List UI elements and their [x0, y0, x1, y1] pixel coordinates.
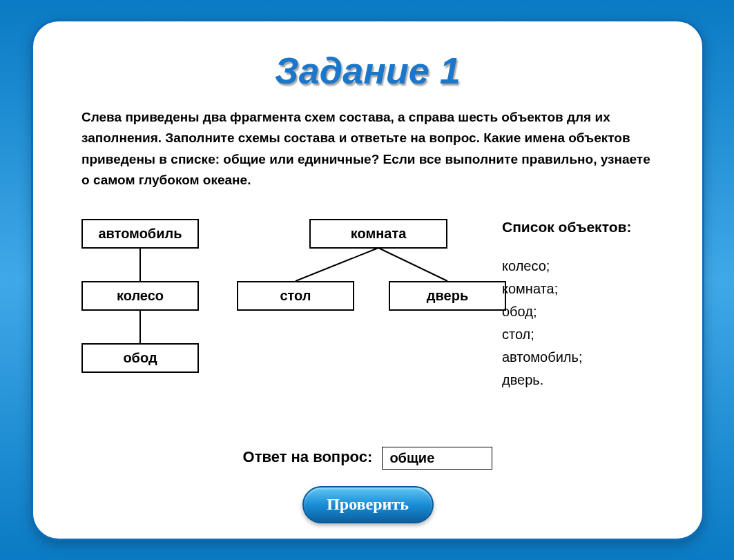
svg-line-0: [296, 248, 378, 281]
check-button[interactable]: Проверить: [302, 486, 434, 523]
diagram-area: автомобиль колесо обод комната стол двер…: [68, 219, 668, 454]
list-item[interactable]: колесо;: [502, 255, 661, 278]
connector: [139, 248, 141, 281]
list-item[interactable]: стол;: [502, 323, 661, 346]
sidebar-title: Список объектов:: [502, 219, 661, 235]
node-table[interactable]: стол: [237, 281, 354, 311]
node-automobile[interactable]: автомобиль: [81, 219, 199, 249]
list-item[interactable]: дверь.: [502, 369, 661, 392]
svg-line-1: [378, 248, 447, 281]
node-door[interactable]: дверь: [389, 281, 506, 311]
list-item[interactable]: комната;: [502, 278, 661, 300]
instructions-text: Слева приведены два фрагмента схем соста…: [81, 107, 654, 191]
page-title: Задание 1: [68, 49, 668, 92]
list-item[interactable]: обод;: [502, 300, 661, 323]
node-room[interactable]: комната: [309, 219, 447, 249]
node-wheel[interactable]: колесо: [81, 281, 199, 311]
main-panel: Задание 1 Слева приведены два фрагмента …: [31, 19, 704, 541]
connector: [139, 310, 141, 343]
sidebar-list: колесо; комната; обод; стол; автомобиль;…: [502, 255, 661, 392]
list-item[interactable]: автомобиль;: [502, 346, 661, 369]
objects-sidebar: Список объектов: колесо; комната; обод; …: [502, 219, 661, 392]
node-rim[interactable]: обод: [81, 343, 199, 373]
